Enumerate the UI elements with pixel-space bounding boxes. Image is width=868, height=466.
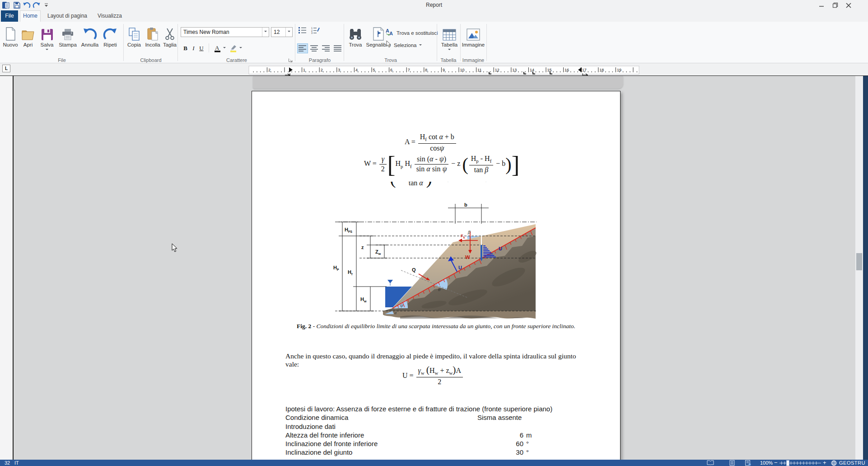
minimize-button[interactable] <box>816 1 827 9</box>
font-family-select[interactable]: Times New Roman <box>181 27 269 37</box>
scrollbar-thumb[interactable] <box>856 253 862 270</box>
align-center-button[interactable] <box>309 43 320 53</box>
figure-label-b: b <box>464 202 467 207</box>
tab-layout-di-pagina[interactable]: Layout di pagina <box>43 10 91 22</box>
image-icon <box>467 23 480 41</box>
vertical-scrollbar[interactable] <box>855 76 863 460</box>
italic-button[interactable]: I <box>190 43 197 53</box>
ribbon: Nuovo Apri Salva Stampa Annulla Ripeti F… <box>0 22 868 63</box>
copy-button[interactable]: Copia <box>126 23 143 47</box>
page-number: 32 <box>5 460 10 466</box>
cut-button[interactable]: Taglia <box>162 23 178 47</box>
font-size-select[interactable]: 12 <box>271 27 293 37</box>
font-color-caret[interactable] <box>222 43 227 53</box>
svg-text:13: 13 <box>512 68 517 72</box>
figure-label-hw: Hw <box>360 297 367 303</box>
tab-visualizza[interactable]: Visualizza <box>94 10 126 22</box>
zoom-slider-thumb[interactable] <box>786 460 789 466</box>
align-justify-button[interactable] <box>332 43 343 53</box>
font-size-caret[interactable] <box>285 28 292 37</box>
undo-icon <box>83 23 97 41</box>
svg-text:4: 4 <box>355 68 358 72</box>
formula-W: W = γ2[Hp Hf sin (α - ψ)sin α sin ψ − z … <box>364 155 519 174</box>
group-separator <box>344 24 344 61</box>
numbered-list-button[interactable]: 123 <box>310 25 321 35</box>
figure-label-z: z <box>361 245 364 250</box>
editor-left-margin <box>0 76 14 460</box>
tab-home[interactable]: Home <box>20 10 41 22</box>
qat-customize-icon[interactable] <box>43 1 49 9</box>
open-button[interactable]: Apri <box>20 23 36 47</box>
find-replace-button[interactable]: AA Trova e sostituisci <box>386 28 438 38</box>
group-label-tabella: Tabella <box>437 57 460 63</box>
quick-redo-icon[interactable] <box>33 1 41 9</box>
quick-save-icon[interactable] <box>13 1 21 9</box>
undo-button[interactable]: Annulla <box>79 23 100 47</box>
figure-label-psi: ψ <box>400 302 403 308</box>
bold-button[interactable]: B <box>182 43 189 53</box>
find-button[interactable]: Trova <box>346 23 365 47</box>
group-label-trova: Trova <box>345 57 436 63</box>
highlight-button[interactable] <box>229 43 238 53</box>
ruler-scale[interactable]: 212345678910111213141516171819 <box>0 63 868 75</box>
quick-undo-icon[interactable] <box>23 1 31 9</box>
svg-text:14: 14 <box>530 68 534 72</box>
group-separator <box>437 24 437 61</box>
group-label-carattere: Carattere <box>179 57 294 63</box>
select-button[interactable]: Seleziona <box>386 41 422 50</box>
figure-label-f: Fh <box>461 234 465 239</box>
font-family-caret[interactable] <box>262 28 269 37</box>
figure-label-u-mid: U <box>458 265 462 270</box>
svg-text:11: 11 <box>477 68 481 72</box>
align-left-button[interactable] <box>297 43 308 53</box>
separator <box>209 43 209 52</box>
view-mode-draft-icon[interactable] <box>745 460 751 466</box>
document-page[interactable]: A = Hf cot α + bcosψ W = γ2[Hp Hf sin (α… <box>252 91 621 460</box>
data-row: Condizione dinamicaSisma assente <box>252 414 620 422</box>
bullet-list-button[interactable] <box>297 25 308 35</box>
highlight-caret[interactable] <box>238 43 243 53</box>
svg-text:8: 8 <box>425 68 427 72</box>
image-button[interactable]: Immagine <box>462 23 485 47</box>
window-title: Report <box>0 2 868 8</box>
redo-button[interactable]: Ripeti <box>101 23 119 47</box>
document-area[interactable]: A = Hf cot α + bcosψ W = γ2[Hp Hf sin (α… <box>0 75 868 460</box>
close-button[interactable] <box>843 1 854 9</box>
zoom-level[interactable]: 100% <box>760 460 773 466</box>
align-right-button[interactable] <box>321 43 331 53</box>
language-indicator[interactable]: IT <box>14 460 19 466</box>
select-caret[interactable] <box>419 44 422 47</box>
group-label-file: File <box>1 57 123 63</box>
figure-label-hf: Hf <box>348 269 353 276</box>
group-separator <box>295 24 295 61</box>
zoom-in-button[interactable]: + <box>823 459 826 466</box>
table-button[interactable]: Tabella <box>439 23 460 52</box>
table-dropdown-caret[interactable] <box>448 49 451 52</box>
group-separator <box>460 24 461 61</box>
tab-type-selector[interactable]: L <box>2 65 10 72</box>
figure-label-alpha: α <box>394 310 397 315</box>
ruler[interactable]: L 212345678910111213141516171819 <box>0 63 868 75</box>
find-replace-icon: AA <box>386 28 394 38</box>
brand-geostru[interactable]: GEOSTRU <box>839 460 865 466</box>
paste-icon <box>147 23 159 41</box>
globe-icon[interactable] <box>831 460 837 466</box>
print-button[interactable]: Stampa <box>58 23 78 47</box>
data-row: Inclinazione del giunto30° <box>252 448 620 457</box>
group-separator <box>123 24 124 61</box>
app-icon[interactable] <box>2 1 10 9</box>
view-mode-page-icon[interactable] <box>729 460 735 466</box>
svg-text:A: A <box>386 28 389 33</box>
new-button[interactable]: Nuovo <box>2 23 19 47</box>
save-icon <box>41 23 53 41</box>
underline-button[interactable]: U <box>198 43 205 53</box>
view-mode-book-icon[interactable] <box>707 460 714 466</box>
save-button[interactable]: Salva <box>38 23 56 52</box>
save-dropdown-caret[interactable] <box>46 49 48 52</box>
font-color-button[interactable]: A <box>212 43 222 53</box>
formula-Z-clipped: z = Hf (1 - tan ψtan α) − b (tan ψ − tan… <box>370 182 489 189</box>
zoom-out-button[interactable]: − <box>774 459 778 466</box>
tab-file[interactable]: File <box>1 10 18 22</box>
restore-button[interactable] <box>829 1 841 9</box>
paste-button[interactable]: Incolla <box>144 23 162 47</box>
